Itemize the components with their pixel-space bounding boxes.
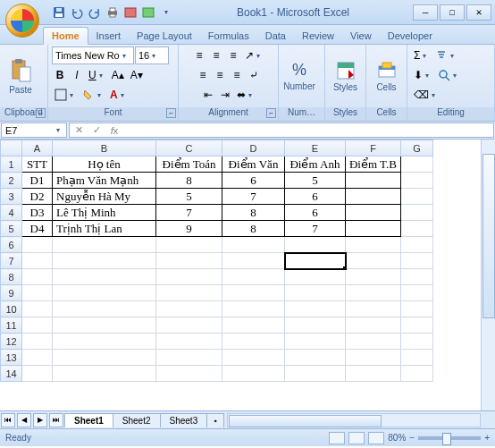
cell-C1[interactable]: Điểm Toán <box>156 156 222 173</box>
col-header-G[interactable]: G <box>401 140 433 156</box>
cell-F10[interactable] <box>346 301 401 317</box>
col-header-B[interactable]: B <box>53 140 156 156</box>
cell-G4[interactable] <box>401 205 433 221</box>
cell-D10[interactable] <box>222 301 285 317</box>
cell-G10[interactable] <box>401 301 433 317</box>
cell-F3[interactable] <box>346 189 401 205</box>
cell-B11[interactable] <box>53 317 156 334</box>
autosum-button[interactable]: Σ▾ <box>411 46 432 64</box>
save-icon[interactable] <box>52 5 66 20</box>
align-middle-button[interactable]: ≡ <box>208 46 224 64</box>
align-left-button[interactable]: ≡ <box>195 66 211 84</box>
cell-B5[interactable]: Trịnh Thị Lan <box>53 221 156 237</box>
cell-G1[interactable] <box>401 156 433 173</box>
clear-button[interactable]: ⌫▾ <box>411 86 440 104</box>
cell-D1[interactable]: Điểm Văn <box>222 156 285 173</box>
cell-D5[interactable]: 8 <box>222 221 285 237</box>
tab-review[interactable]: Review <box>294 28 342 44</box>
sheet-nav-first[interactable]: ⏮ <box>1 413 15 427</box>
zoom-slider[interactable] <box>418 436 481 440</box>
cell-F4[interactable] <box>346 205 401 221</box>
cell-A3[interactable]: D2 <box>22 189 53 205</box>
col-header-E[interactable]: E <box>285 140 346 156</box>
styles-button[interactable]: Styles <box>329 47 362 105</box>
cell-D4[interactable]: 8 <box>222 205 285 221</box>
cell-D12[interactable] <box>222 334 285 350</box>
cell-E2[interactable]: 5 <box>285 173 346 189</box>
cell-D13[interactable] <box>222 350 285 366</box>
row-header-1[interactable]: 1 <box>1 156 22 173</box>
cell-C14[interactable] <box>156 366 222 382</box>
sheet-tab-1[interactable]: Sheet1 <box>64 413 113 427</box>
bold-button[interactable]: B <box>52 66 68 84</box>
cell-E7[interactable] <box>285 253 346 269</box>
row-header-6[interactable]: 6 <box>1 237 22 253</box>
cell-E11[interactable] <box>285 317 346 334</box>
cell-F6[interactable] <box>346 237 401 253</box>
cell-D2[interactable]: 6 <box>222 173 285 189</box>
cell-F2[interactable] <box>346 173 401 189</box>
tab-insert[interactable]: Insert <box>88 28 130 44</box>
view-normal-button[interactable] <box>329 432 345 444</box>
qat-item-icon[interactable] <box>141 5 155 20</box>
orientation-button[interactable]: ↗▾ <box>242 46 265 64</box>
cell-G2[interactable] <box>401 173 433 189</box>
wrap-text-button[interactable]: ⤶ <box>246 66 262 84</box>
row-header-5[interactable]: 5 <box>1 221 22 237</box>
cell-F14[interactable] <box>346 366 401 382</box>
view-page-break-button[interactable] <box>368 432 384 444</box>
align-top-button[interactable]: ≡ <box>191 46 207 64</box>
cell-G7[interactable] <box>401 253 433 269</box>
cell-F11[interactable] <box>346 317 401 334</box>
cell-B14[interactable] <box>53 366 156 382</box>
zoom-out-button[interactable]: − <box>409 433 415 443</box>
row-header-8[interactable]: 8 <box>1 269 22 285</box>
cell-E4[interactable]: 6 <box>285 205 346 221</box>
col-header-A[interactable]: A <box>22 140 53 156</box>
qat-customize-icon[interactable]: ▾ <box>159 5 173 20</box>
vertical-scrollbar[interactable] <box>481 139 495 410</box>
cell-F1[interactable]: Điểm T.B <box>346 156 401 173</box>
cell-A1[interactable]: STT <box>22 156 53 173</box>
cell-C2[interactable]: 8 <box>156 173 222 189</box>
col-header-C[interactable]: C <box>156 140 222 156</box>
dialog-launcher-icon[interactable]: ⌐ <box>166 108 176 118</box>
undo-icon[interactable] <box>70 5 84 20</box>
align-bottom-button[interactable]: ≡ <box>225 46 241 64</box>
cell-F9[interactable] <box>346 285 401 301</box>
underline-button[interactable]: U▾ <box>86 66 108 84</box>
cancel-formula-icon[interactable]: ✕ <box>70 124 88 136</box>
cell-C7[interactable] <box>156 253 222 269</box>
cell-A12[interactable] <box>22 334 53 350</box>
col-header-D[interactable]: D <box>222 140 285 156</box>
cell-A4[interactable]: D3 <box>22 205 53 221</box>
cell-G3[interactable] <box>401 189 433 205</box>
cell-C10[interactable] <box>156 301 222 317</box>
cell-E13[interactable] <box>285 350 346 366</box>
cell-G8[interactable] <box>401 269 433 285</box>
cell-C9[interactable] <box>156 285 222 301</box>
border-button[interactable]: ▾ <box>52 86 79 104</box>
cell-A14[interactable] <box>22 366 53 382</box>
italic-button[interactable]: I <box>69 66 85 84</box>
row-header-9[interactable]: 9 <box>1 285 22 301</box>
fill-button[interactable]: ⬇▾ <box>411 66 434 84</box>
cell-D6[interactable] <box>222 237 285 253</box>
cell-B13[interactable] <box>53 350 156 366</box>
cell-D7[interactable] <box>222 253 285 269</box>
name-box[interactable]: E7▾ <box>1 123 67 138</box>
cell-B8[interactable] <box>53 269 156 285</box>
sheet-tab-2[interactable]: Sheet2 <box>113 413 161 427</box>
align-center-button[interactable]: ≡ <box>212 66 228 84</box>
cell-A9[interactable] <box>22 285 53 301</box>
cell-C4[interactable]: 7 <box>156 205 222 221</box>
tab-formulas[interactable]: Formulas <box>200 28 257 44</box>
cell-A5[interactable]: D4 <box>22 221 53 237</box>
cell-G13[interactable] <box>401 350 433 366</box>
cell-D8[interactable] <box>222 269 285 285</box>
cell-C12[interactable] <box>156 334 222 350</box>
row-header-14[interactable]: 14 <box>1 366 22 382</box>
dialog-launcher-icon[interactable]: ⌐ <box>36 108 46 118</box>
cell-B9[interactable] <box>53 285 156 301</box>
paste-button[interactable]: Paste <box>4 47 38 105</box>
